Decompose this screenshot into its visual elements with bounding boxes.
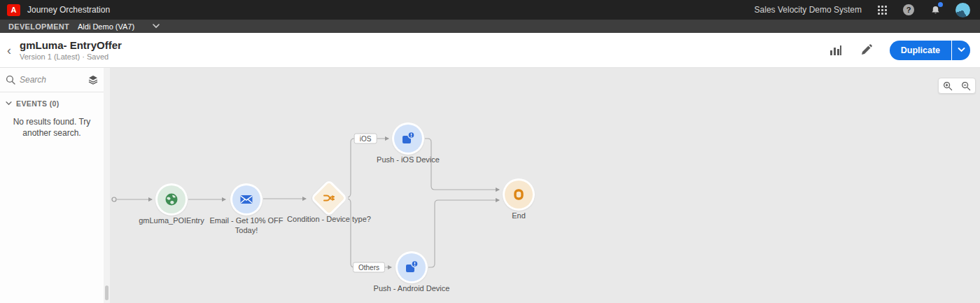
adobe-logo[interactable]: A: [7, 4, 20, 16]
duplicate-button[interactable]: Duplicate: [890, 41, 951, 60]
events-section-header[interactable]: EVENTS (0): [0, 92, 104, 111]
chevron-down-icon: [6, 101, 12, 106]
activity-palette-sidebar: EVENTS (0) No results found. Try another…: [0, 68, 104, 303]
app-title: Journey Orchestration: [27, 5, 110, 15]
duplicate-split-button: Duplicate: [890, 41, 970, 60]
node-label: gmLuma_POIEntry: [130, 216, 214, 226]
zoom-in-icon[interactable]: [940, 78, 955, 93]
node-email[interactable]: [230, 183, 262, 216]
environment-bar: DEVELOPMENT Aldi Demo (VA7): [0, 20, 980, 33]
org-switcher[interactable]: Sales Velocity Demo System: [755, 5, 862, 15]
node-push-android[interactable]: [396, 251, 428, 283]
edit-pencil-icon[interactable]: [859, 43, 874, 58]
search-input[interactable]: [20, 75, 84, 85]
app-window: A Journey Orchestration Sales Velocity D…: [0, 0, 980, 303]
node-push-ios[interactable]: [392, 122, 424, 155]
node-end[interactable]: [503, 178, 535, 211]
node-label: End: [498, 211, 540, 221]
branch-label-ios: iOS: [354, 134, 377, 144]
back-button[interactable]: ‹: [6, 44, 13, 57]
node-label: Push - Android Device: [359, 284, 464, 294]
page-header: ‹ gmLuma- EntryOffer Version 1 (Latest) …: [0, 33, 980, 68]
topbar: A Journey Orchestration Sales Velocity D…: [0, 0, 980, 20]
end-icon: [511, 187, 526, 202]
chevron-down-icon: [153, 24, 160, 29]
push-notification-icon: [400, 130, 416, 147]
environment-label: DEVELOPMENT: [8, 22, 69, 31]
journey-canvas[interactable]: gmLuma_POIEntry Email - Get 10% OFF Toda…: [110, 68, 980, 303]
push-notification-icon: [403, 259, 420, 276]
notifications-bell-icon[interactable]: [929, 3, 941, 16]
node-label: Push - iOS Device: [359, 155, 457, 165]
zoom-controls: [938, 78, 976, 94]
globe-event-icon: [164, 192, 179, 207]
page-title: gmLuma- EntryOffer: [20, 39, 122, 51]
email-icon: [239, 192, 254, 207]
app-switcher-icon[interactable]: [876, 3, 888, 16]
chevron-down-icon: [958, 48, 965, 52]
branch-label-others: Others: [353, 262, 385, 273]
body: EVENTS (0) No results found. Try another…: [0, 68, 980, 303]
search-row: [0, 68, 104, 92]
node-event[interactable]: [155, 183, 188, 216]
help-icon[interactable]: ?: [902, 3, 915, 16]
layers-filter-icon[interactable]: [88, 75, 98, 85]
version-status: Version 1 (Latest) · Saved: [20, 52, 122, 61]
condition-branch-icon: [322, 191, 336, 205]
scrollbar-thumb[interactable]: [105, 286, 108, 300]
notification-badge: [938, 2, 943, 7]
empty-search-message: No results found. Try another search.: [7, 116, 97, 139]
zoom-out-icon[interactable]: [958, 78, 974, 93]
reports-chart-icon[interactable]: [828, 43, 844, 58]
sandbox-picker[interactable]: Aldi Demo (VA7): [78, 22, 160, 31]
duplicate-more-button[interactable]: [952, 41, 970, 60]
grid-icon: [878, 6, 887, 15]
node-label: Condition - Device type?: [273, 215, 385, 225]
events-section-label: EVENTS (0): [16, 99, 59, 108]
search-icon: [6, 75, 15, 85]
avatar[interactable]: [955, 3, 970, 17]
sandbox-name: Aldi Demo (VA7): [78, 22, 134, 31]
vertical-scrollbar[interactable]: [104, 68, 110, 303]
